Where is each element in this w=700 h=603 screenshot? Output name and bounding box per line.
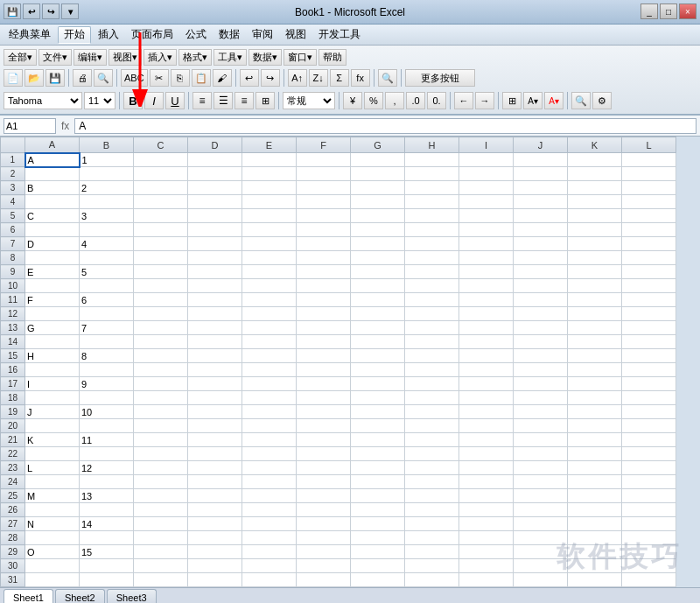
cell-6-G[interactable] bbox=[351, 223, 405, 237]
cell-19-B[interactable]: 10 bbox=[80, 405, 134, 419]
cell-18-G[interactable] bbox=[351, 391, 405, 405]
cell-15-B[interactable]: 8 bbox=[80, 349, 134, 363]
cell-30-E[interactable] bbox=[242, 559, 297, 573]
cut-btn[interactable]: ✂ bbox=[150, 69, 169, 87]
cell-23-H[interactable] bbox=[405, 461, 459, 475]
cell-18-K[interactable] bbox=[568, 391, 622, 405]
comma-btn[interactable]: , bbox=[385, 92, 404, 109]
cell-8-E[interactable] bbox=[242, 251, 297, 265]
cell-6-B[interactable] bbox=[80, 223, 134, 237]
cell-30-B[interactable] bbox=[80, 559, 134, 573]
cell-17-K[interactable] bbox=[568, 377, 622, 391]
cell-9-G[interactable] bbox=[351, 265, 405, 279]
preview-btn[interactable]: 🔍 bbox=[94, 69, 113, 87]
cell-9-E[interactable] bbox=[242, 265, 297, 279]
sum-btn[interactable]: Σ bbox=[330, 69, 349, 87]
cell-24-J[interactable] bbox=[514, 475, 568, 489]
cell-2-A[interactable] bbox=[25, 167, 80, 181]
cell-10-J[interactable] bbox=[514, 279, 568, 293]
qa-dropdown-btn[interactable]: ▾ bbox=[61, 4, 79, 19]
cell-5-G[interactable] bbox=[351, 209, 405, 223]
cell-9-B[interactable]: 5 bbox=[80, 265, 134, 279]
cell-12-I[interactable] bbox=[459, 307, 514, 321]
cell-4-G[interactable] bbox=[351, 195, 405, 209]
cell-19-E[interactable] bbox=[242, 405, 297, 419]
insert-menu2[interactable]: 插入▾ bbox=[144, 49, 177, 66]
cell-1-H[interactable] bbox=[405, 153, 459, 167]
cell-18-F[interactable] bbox=[297, 391, 351, 405]
file-menu[interactable]: 文件▾ bbox=[38, 49, 72, 66]
cell-8-A[interactable] bbox=[25, 251, 80, 265]
cell-9-K[interactable] bbox=[568, 265, 622, 279]
col-header-c[interactable]: C bbox=[134, 137, 188, 153]
cell-25-I[interactable] bbox=[459, 489, 514, 503]
cell-29-H[interactable] bbox=[405, 545, 459, 559]
cell-1-J[interactable] bbox=[514, 153, 568, 167]
cell-3-J[interactable] bbox=[514, 181, 568, 195]
cell-24-G[interactable] bbox=[351, 475, 405, 489]
cell-17-B[interactable]: 9 bbox=[80, 377, 134, 391]
cell-24-I[interactable] bbox=[459, 475, 514, 489]
cell-24-F[interactable] bbox=[297, 475, 351, 489]
cell-8-K[interactable] bbox=[568, 251, 622, 265]
cell-22-H[interactable] bbox=[405, 447, 459, 461]
cell-16-A[interactable] bbox=[25, 363, 80, 377]
cell-2-E[interactable] bbox=[242, 167, 297, 181]
cell-11-J[interactable] bbox=[514, 293, 568, 307]
cell-22-K[interactable] bbox=[568, 447, 622, 461]
cell-27-K[interactable] bbox=[568, 517, 622, 531]
cell-6-A[interactable] bbox=[25, 223, 80, 237]
cell-10-F[interactable] bbox=[297, 279, 351, 293]
cell-22-J[interactable] bbox=[514, 447, 568, 461]
cell-30-I[interactable] bbox=[459, 559, 514, 573]
cell-19-H[interactable] bbox=[405, 405, 459, 419]
cell-30-K[interactable] bbox=[568, 559, 622, 573]
cell-20-C[interactable] bbox=[134, 419, 188, 433]
cell-5-A[interactable]: C bbox=[25, 209, 80, 223]
cell-19-K[interactable] bbox=[568, 405, 622, 419]
cell-28-C[interactable] bbox=[134, 531, 188, 545]
cell-13-A[interactable]: G bbox=[25, 321, 80, 335]
col-header-b[interactable]: B bbox=[80, 137, 134, 153]
cell-5-E[interactable] bbox=[242, 209, 297, 223]
cell-16-F[interactable] bbox=[297, 363, 351, 377]
cell-11-E[interactable] bbox=[242, 293, 297, 307]
cell-30-A[interactable] bbox=[25, 559, 80, 573]
cell-26-C[interactable] bbox=[134, 503, 188, 517]
cell-15-L[interactable] bbox=[622, 349, 676, 363]
cell-16-J[interactable] bbox=[514, 363, 568, 377]
cell-21-I[interactable] bbox=[459, 433, 514, 447]
cell-12-L[interactable] bbox=[622, 307, 676, 321]
col-header-f[interactable]: F bbox=[297, 137, 351, 153]
cell-27-L[interactable] bbox=[622, 517, 676, 531]
cell-27-B[interactable]: 14 bbox=[80, 517, 134, 531]
cell-4-H[interactable] bbox=[405, 195, 459, 209]
cell-25-K[interactable] bbox=[568, 489, 622, 503]
cell-30-H[interactable] bbox=[405, 559, 459, 573]
cell-11-I[interactable] bbox=[459, 293, 514, 307]
cell-18-A[interactable] bbox=[25, 391, 80, 405]
cell-22-F[interactable] bbox=[297, 447, 351, 461]
merge-btn[interactable]: ⊞ bbox=[256, 92, 275, 109]
cell-4-J[interactable] bbox=[514, 195, 568, 209]
cell-13-D[interactable] bbox=[188, 321, 242, 335]
cell-11-K[interactable] bbox=[568, 293, 622, 307]
cell-5-D[interactable] bbox=[188, 209, 242, 223]
cell-22-C[interactable] bbox=[134, 447, 188, 461]
cell-18-D[interactable] bbox=[188, 391, 242, 405]
cell-12-K[interactable] bbox=[568, 307, 622, 321]
cell-12-A[interactable] bbox=[25, 307, 80, 321]
bold-btn[interactable]: B bbox=[123, 92, 143, 109]
cell-27-C[interactable] bbox=[134, 517, 188, 531]
cell-16-L[interactable] bbox=[622, 363, 676, 377]
cell-14-J[interactable] bbox=[514, 335, 568, 349]
zoom-in-btn[interactable]: 🔍 bbox=[378, 69, 397, 87]
cell-15-H[interactable] bbox=[405, 349, 459, 363]
cell-23-D[interactable] bbox=[188, 461, 242, 475]
font-size-select[interactable]: 11 bbox=[84, 92, 116, 109]
cell-25-H[interactable] bbox=[405, 489, 459, 503]
cell-2-I[interactable] bbox=[459, 167, 514, 181]
cell-11-B[interactable]: 6 bbox=[80, 293, 134, 307]
cell-21-H[interactable] bbox=[405, 433, 459, 447]
cell-7-L[interactable] bbox=[622, 237, 676, 251]
